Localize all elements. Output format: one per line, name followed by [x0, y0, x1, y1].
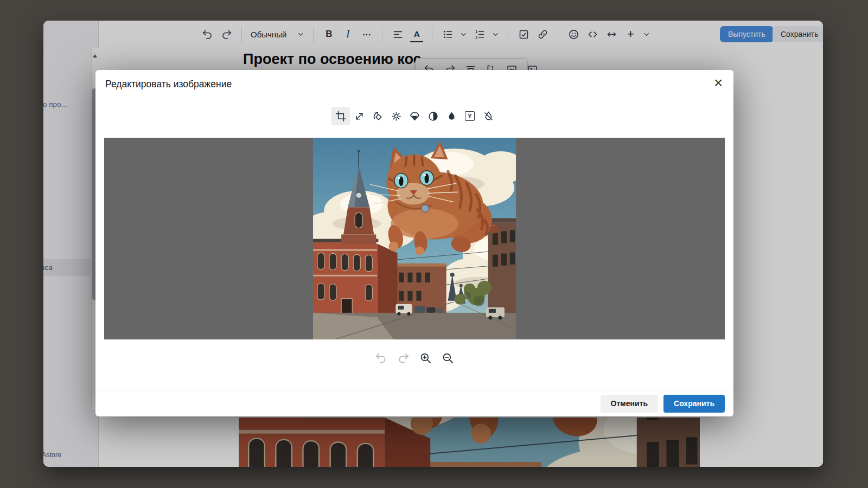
desaturate-tool-button[interactable] [479, 107, 497, 125]
crop-tool-button[interactable] [331, 107, 350, 125]
edit-image-modal: Редактировать изображение × Y Отменить С… [95, 70, 733, 416]
rotate-tool-button[interactable] [368, 107, 387, 125]
edit-redo-button[interactable] [397, 351, 411, 365]
cancel-button[interactable]: Отменить [601, 395, 658, 413]
zoom-in-button[interactable] [419, 351, 433, 365]
zoom-out-button[interactable] [441, 351, 455, 365]
resize-tool-button[interactable] [350, 107, 368, 125]
cat-city-image[interactable] [313, 138, 516, 339]
y-filter-tool-button[interactable]: Y [461, 107, 479, 125]
saturation-tool-button[interactable] [442, 107, 461, 125]
desktop-background: то про... оса Astore Обычный B I ⋯ [0, 0, 868, 488]
modal-footer: Отменить Сохранить [95, 390, 733, 416]
edit-undo-button[interactable] [374, 351, 388, 365]
image-tools-toolbar: Y [95, 107, 733, 125]
edit-canvas[interactable] [104, 138, 725, 339]
canvas-controls [95, 351, 733, 365]
modal-title: Редактировать изображение [105, 79, 232, 90]
close-icon[interactable]: × [714, 74, 723, 92]
clarity-tool-button[interactable] [405, 107, 424, 125]
save-button[interactable]: Сохранить [663, 395, 725, 413]
contrast-tool-button[interactable] [424, 107, 442, 125]
y-filter-glyph: Y [468, 113, 471, 119]
brightness-tool-button[interactable] [387, 107, 405, 125]
